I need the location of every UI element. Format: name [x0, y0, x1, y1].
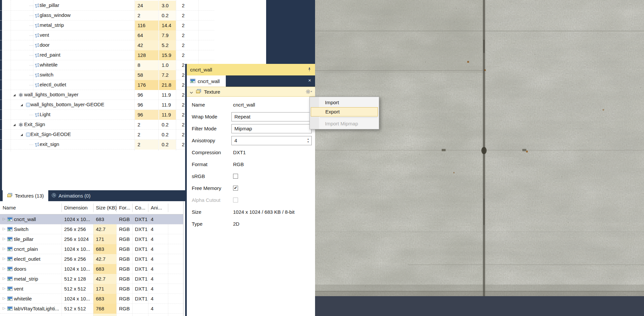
expander-closed-icon[interactable]: ▷ — [3, 237, 5, 241]
column-header-co[interactable]: Co... — [135, 201, 145, 214]
tree-row[interactable]: metal_strip11614.42 — [0, 21, 214, 30]
inspector-title-bar[interactable]: cncrt_wall — [187, 64, 315, 75]
wrap-mode-input[interactable]: Repeat — [231, 112, 312, 121]
texture-row[interactable]: ▷Switch256 x 25642.7RGBDXT14 — [0, 224, 183, 234]
column-header-name[interactable]: Name — [3, 201, 16, 214]
tree-row[interactable]: wall_lights_bottom_layer9611.92 — [0, 90, 214, 100]
srgb-checkbox[interactable] — [233, 174, 238, 179]
pin-icon[interactable] — [307, 67, 311, 72]
expander-closed-icon[interactable]: ▷ — [3, 217, 5, 221]
texture-preview-image[interactable] — [315, 0, 644, 296]
tree-row[interactable]: Exit_Sign20.22 — [0, 120, 214, 130]
header-separator — [168, 203, 168, 212]
texture-cell-format: RGB — [119, 264, 130, 274]
texture-row[interactable]: ▷tile_pillar256 x 1024171RGBDXT14 — [0, 234, 183, 244]
menu-item-import[interactable]: Import — [310, 98, 379, 107]
column-header-ani[interactable]: Ani... — [151, 201, 162, 214]
texture-row[interactable]: ▷cncrt_plain1024 x 10...683RGBDXT14 — [0, 244, 183, 254]
tree-row[interactable]: Light9611.92 — [0, 110, 214, 120]
header-separator — [93, 203, 94, 212]
header-separator — [61, 203, 62, 212]
tree-cell-b: 5.2 — [159, 40, 176, 50]
tree-row[interactable]: door425.22 — [0, 40, 214, 50]
tree-row[interactable]: electl_outlet17621.82 — [0, 80, 214, 90]
tree-row[interactable]: exit_sign20.22 — [0, 140, 214, 150]
inspector-tab-cncrt-wall[interactable]: cncrt_wall — [187, 75, 226, 87]
tree-row[interactable]: wall_lights_bottom_layer-GEODE9611.92 — [0, 100, 214, 110]
column-header-size-kb[interactable]: Size (KB) — [96, 201, 117, 214]
tab-textures[interactable]: Textures (13) — [3, 190, 48, 201]
property-label: Format — [192, 161, 208, 167]
tree-row[interactable]: glass_window20.22 — [0, 11, 214, 21]
property-row-size: Size1024 x 1024 / 683 KB / 8-bit — [187, 206, 315, 218]
tree-row[interactable]: Exit_Sign-GEODE20.22 — [0, 130, 214, 140]
tree-cell-b: 7.2 — [159, 70, 176, 80]
column-header-dimension[interactable]: Dimension — [64, 201, 88, 214]
tree-cell-b: 21.8 — [159, 80, 176, 90]
expander-closed-icon[interactable]: ▷ — [3, 247, 5, 251]
menu-item-label: Export — [325, 109, 340, 114]
tree-cell-c: 2 — [177, 1, 198, 11]
tree-cell-c: 2 — [177, 50, 198, 60]
expander-open-icon[interactable] — [13, 124, 16, 126]
texture-row[interactable]: ▷cncrt_wall1024 x 10...683RGBDXT14 — [0, 214, 183, 224]
filter-mode-input[interactable]: Mipmap — [231, 124, 312, 133]
anisotropy-input[interactable]: 4▲▼ — [231, 136, 312, 145]
tree-row[interactable]: vent647.92 — [0, 30, 214, 40]
tree-item-label: door — [40, 42, 50, 48]
texture-table-header: NameDimensionSize (KB)For...Co...Ani... — [0, 201, 183, 214]
tree-row[interactable]: tile_pillar243.02 — [0, 1, 214, 11]
texture-row[interactable]: ▷metal_strip512 x 12842.7RGBDXT14 — [0, 274, 183, 284]
property-row-name: Namecncrt_wall — [187, 99, 315, 111]
texture-row[interactable]: ▷vent512 x 512171RGBDXT14 — [0, 284, 183, 294]
expander-open-icon[interactable] — [13, 94, 16, 96]
scene-tree-panel: tile_pillar243.02glass_window20.22metal_… — [0, 0, 214, 156]
tab-animations[interactable]: Animations (0) — [47, 190, 95, 201]
expander-open-icon[interactable] — [20, 134, 23, 136]
tab-animations-label: Animations (0) — [59, 193, 91, 199]
column-header-for[interactable]: For... — [119, 201, 130, 214]
expander-closed-icon[interactable]: ▷ — [3, 276, 5, 281]
expander-closed-icon[interactable]: ▷ — [3, 227, 5, 231]
mesh-icon — [34, 53, 40, 58]
gear-icon[interactable]: ▾ — [306, 89, 312, 94]
expander-closed-icon[interactable]: ▷ — [3, 286, 5, 291]
texture-preview[interactable] — [315, 0, 644, 296]
property-row-alpha-cutout: Alpha Cutout — [187, 195, 315, 206]
property-value: 2D — [233, 221, 239, 227]
texture-section-header[interactable]: Texture ▾ — [187, 87, 315, 97]
texture-row[interactable]: ▷doors1024 x 10...683RGBDXT14 — [0, 264, 183, 274]
texture-cell-name: whitetile — [14, 294, 32, 304]
menu-item-export[interactable]: Export — [311, 107, 378, 116]
property-row-compression: CompressionDXT1 — [187, 147, 315, 159]
texture-row[interactable]: ▷electl_outlet256 x 25642.7RGBDXT14 — [0, 254, 183, 264]
texture-cell-animation: 4 — [151, 224, 153, 234]
texture-row[interactable]: ▷glass_window256 x 12821.4RGBDXT14 — [0, 314, 183, 316]
texture-cell-format: RGB — [119, 214, 130, 224]
spinner-arrows-icon[interactable]: ▲▼ — [306, 138, 310, 144]
expander-closed-icon[interactable]: ▷ — [3, 306, 5, 310]
texture-cell-animation: 4 — [151, 284, 153, 294]
tree-row[interactable]: red_paint12815.92 — [0, 50, 214, 60]
property-label: Compression — [192, 150, 221, 155]
tree-row[interactable]: whitetile81.02 — [0, 60, 214, 70]
tree-item-label: glass_window — [40, 12, 70, 18]
tree-row[interactable]: switch587.22 — [0, 70, 214, 80]
close-icon[interactable]: × — [308, 77, 311, 83]
texture-cell-dimension: 1024 x 10... — [64, 244, 90, 254]
property-row-free-memory: Free Memory✔ — [187, 183, 315, 195]
texture-cell-animation: 4 — [151, 304, 153, 314]
texture-cell-name: glass_window — [14, 314, 45, 316]
texture-row[interactable]: ▷labVRayTotalLighti...512 x 512768RGB4 — [0, 304, 183, 314]
expander-closed-icon[interactable]: ▷ — [3, 266, 5, 271]
free-memory-checkbox[interactable]: ✔ — [233, 186, 238, 191]
expander-closed-icon[interactable]: ▷ — [3, 296, 5, 300]
texture-cell-compression: DXT1 — [135, 284, 147, 294]
context-menu: ImportExportImport Mipmap — [309, 97, 379, 129]
texture-row[interactable]: ▷whitetile1024 x 10...683RGBDXT14 — [0, 294, 183, 304]
tree-cell-a: 96 — [135, 110, 158, 120]
property-label: Wrap Mode — [192, 114, 217, 119]
expander-closed-icon[interactable]: ▷ — [3, 256, 5, 261]
expander-open-icon[interactable] — [20, 104, 23, 106]
grid-line — [33, 0, 33, 91]
